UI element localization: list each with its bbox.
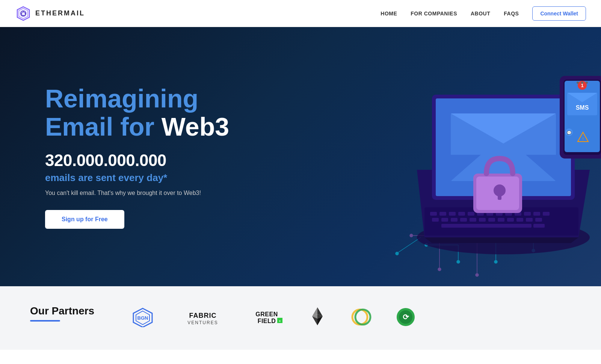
nav-links: HOME FOR COMPANIES ABOUT FAQS Connect Wa… [381, 6, 586, 21]
svg-point-83 [586, 82, 588, 84]
connect-wallet-button[interactable]: Connect Wallet [532, 6, 586, 21]
bgn-logo-icon: BGN [128, 307, 158, 327]
svg-point-23 [396, 252, 399, 255]
svg-rect-57 [451, 218, 458, 222]
svg-text:GREEN: GREEN [255, 311, 278, 317]
signup-button[interactable]: Sign up for Free [45, 210, 124, 229]
svg-text:💬: 💬 [567, 130, 572, 135]
svg-text:+: + [279, 319, 281, 323]
partner-fabric[interactable]: FABRIC VENTURES [180, 307, 225, 327]
svg-rect-61 [488, 218, 495, 222]
svg-text:FABRIC: FABRIC [189, 312, 217, 319]
ethereum-logo-icon [308, 307, 327, 327]
svg-point-81 [577, 82, 579, 84]
partners-underline [30, 320, 60, 322]
partners-title: Our Partners [30, 305, 105, 317]
svg-text:VENTURES: VENTURES [187, 320, 218, 325]
svg-rect-56 [441, 218, 448, 222]
partner-chainlink[interactable]: ⟳ [394, 307, 417, 327]
logo-area[interactable]: ⬡ ETHERMAIL [15, 5, 85, 22]
svg-rect-62 [498, 218, 504, 222]
partner-truelayer[interactable] [349, 307, 372, 327]
nav-home[interactable]: HOME [381, 11, 397, 17]
nav-for-companies[interactable]: FOR COMPANIES [411, 11, 457, 17]
hero-title: ReimaginingEmail for Web3 [45, 85, 229, 141]
svg-rect-45 [458, 212, 465, 216]
svg-rect-44 [449, 212, 456, 216]
nav-about[interactable]: ABOUT [471, 11, 490, 17]
svg-point-25 [410, 234, 413, 237]
svg-text:!: ! [582, 137, 583, 141]
svg-point-82 [581, 82, 583, 84]
chainlink-logo-icon: ⟳ [394, 307, 417, 327]
logo-text: ETHERMAIL [35, 9, 85, 17]
partner-bgn[interactable]: BGN [128, 307, 158, 327]
svg-rect-59 [470, 218, 476, 222]
hero-description: You can't kill email. That's why we brou… [45, 190, 229, 196]
svg-rect-55 [432, 218, 439, 222]
hero-section: 1 SMS 💬 ! [0, 27, 601, 286]
partner-ethereum[interactable] [308, 307, 327, 327]
hero-stat-number: 320.000.000.000 [45, 151, 229, 170]
ethermail-logo-icon: ⬡ [15, 5, 32, 22]
svg-text:SMS: SMS [576, 104, 589, 111]
truelayer-logo-icon [349, 307, 372, 327]
svg-text:FIELD: FIELD [258, 318, 276, 324]
svg-text:⟳: ⟳ [403, 313, 409, 321]
svg-rect-66 [535, 218, 542, 222]
hero-title-web3: Web3 [162, 112, 229, 141]
svg-rect-63 [507, 218, 514, 222]
svg-rect-54 [543, 212, 550, 216]
partners-section: Our Partners BGN FABRIC VENTURES GREEN F… [0, 286, 601, 350]
svg-rect-64 [516, 218, 523, 222]
hero-illustration: 1 SMS 💬 ! [308, 27, 601, 286]
svg-line-22 [398, 237, 421, 252]
partners-logos: BGN FABRIC VENTURES GREEN FIELD + [128, 307, 571, 327]
svg-rect-58 [460, 218, 467, 222]
svg-rect-72 [498, 192, 501, 200]
svg-rect-60 [479, 218, 486, 222]
nav-faqs[interactable]: FAQS [504, 11, 519, 17]
svg-point-15 [494, 260, 497, 263]
svg-point-27 [438, 268, 441, 271]
svg-rect-53 [533, 212, 540, 216]
greenfield-logo-icon: GREEN FIELD + [248, 307, 285, 327]
hero-stat-sub: emails are sent every day* [45, 172, 229, 184]
svg-rect-43 [439, 212, 446, 216]
svg-rect-65 [526, 218, 533, 222]
svg-rect-67 [441, 224, 532, 228]
svg-rect-46 [468, 212, 474, 216]
fabric-ventures-logo-icon: FABRIC VENTURES [180, 307, 225, 327]
svg-point-11 [457, 260, 460, 263]
partners-label: Our Partners [30, 305, 105, 322]
svg-marker-34 [424, 237, 578, 243]
svg-rect-68 [533, 224, 545, 228]
svg-point-31 [476, 273, 479, 276]
svg-rect-42 [430, 212, 437, 216]
navbar: ⬡ ETHERMAIL HOME FOR COMPANIES ABOUT FAQ… [0, 0, 601, 27]
svg-rect-52 [524, 212, 531, 216]
svg-text:BGN: BGN [137, 315, 148, 321]
hero-content: ReimaginingEmail for Web3 320.000.000.00… [0, 85, 229, 229]
partner-greenfield[interactable]: GREEN FIELD + [248, 307, 285, 327]
